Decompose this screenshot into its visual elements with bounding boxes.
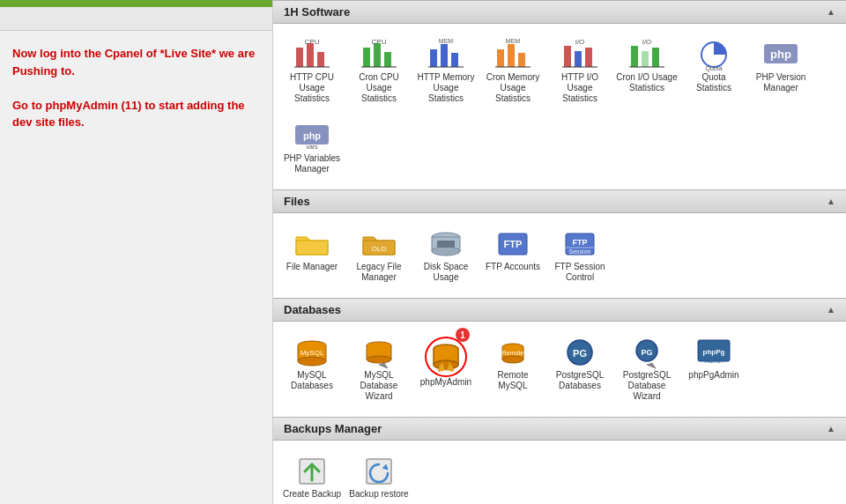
icon-item-quota[interactable]: QuotaQuota Statistics xyxy=(682,33,746,110)
icon-label-mysql-wizard: MySQL Database Wizard xyxy=(348,370,410,402)
svg-rect-22 xyxy=(585,48,592,67)
icon-label-legacy-file-manager: Legacy File Manager xyxy=(348,262,410,283)
icon-item-http-io[interactable]: I/OHTTP I/O Usage Statistics xyxy=(548,33,612,110)
svg-text:I/O: I/O xyxy=(642,38,652,46)
icon-label-ftp-accounts: FTP Accounts xyxy=(482,262,544,272)
svg-text:php: php xyxy=(303,130,321,141)
svg-text:PG: PG xyxy=(573,348,587,359)
svg-rect-5 xyxy=(363,48,370,67)
svg-point-56 xyxy=(367,356,391,363)
svg-text:php: php xyxy=(770,48,791,61)
section-databases: Databases▲MySQLMySQL DatabasesMySQL Data… xyxy=(273,298,846,417)
icon-box-mysql-wizard xyxy=(361,337,397,370)
icon-item-postgresql-wizard[interactable]: PGPostgreSQL Database Wizard xyxy=(615,330,679,408)
section-header-files: Files▲ xyxy=(273,189,846,213)
icon-item-mysql-wizard[interactable]: MySQL Database Wizard xyxy=(347,330,411,408)
svg-text:Session: Session xyxy=(569,248,591,255)
svg-text:Admin: Admin xyxy=(705,358,723,364)
svg-text:I/O: I/O xyxy=(575,38,585,46)
section-title-backups: Backups Manager xyxy=(284,422,382,435)
icon-item-file-manager[interactable]: File Manager xyxy=(280,222,344,289)
section-header-backups: Backups Manager▲ xyxy=(273,417,846,441)
svg-rect-17 xyxy=(518,53,525,67)
svg-point-42 xyxy=(432,247,460,256)
icon-item-create-backup[interactable]: Create Backup xyxy=(280,449,344,504)
icon-item-cron-cpu[interactable]: CPUCron CPU Usage Statistics xyxy=(347,33,411,110)
svg-point-62 xyxy=(502,356,523,363)
svg-text:MySQL: MySQL xyxy=(301,349,324,357)
svg-point-59 xyxy=(434,360,458,369)
section-collapse-backups[interactable]: ▲ xyxy=(827,424,835,434)
section-body-databases: MySQLMySQL DatabasesMySQL Database Wizar… xyxy=(273,322,846,417)
icon-label-postgresql-wizard: PostgreSQL Database Wizard xyxy=(616,370,678,402)
icon-item-remote-mysql[interactable]: RemoteRemote MySQL xyxy=(481,330,545,408)
svg-text:CPU: CPU xyxy=(372,38,387,46)
collapse-stats-link[interactable] xyxy=(0,21,272,26)
svg-rect-26 xyxy=(642,51,649,67)
svg-rect-25 xyxy=(631,46,638,67)
icon-box-http-io: I/O xyxy=(562,39,597,72)
icon-label-disk-space: Disk Space Usage xyxy=(415,262,477,283)
section-body-1h-software: CPUHTTP CPU Usage StatisticsCPUCron CPU … xyxy=(273,24,846,189)
icon-item-php-version[interactable]: phpPHP Version Manager xyxy=(749,33,813,110)
icon-item-legacy-file-manager[interactable]: OLDLegacy File Manager xyxy=(347,222,411,289)
sidebar-links xyxy=(0,7,272,31)
svg-text:MEM: MEM xyxy=(506,38,521,44)
svg-text:FTP: FTP xyxy=(504,239,523,249)
icon-label-postgresql: PostgreSQL Databases xyxy=(549,370,611,391)
icon-label-http-memory: HTTP Memory Usage Statistics xyxy=(415,72,477,104)
icon-box-create-backup xyxy=(294,456,330,489)
section-collapse-1h-software[interactable]: ▲ xyxy=(827,7,835,17)
icon-item-php-variables[interactable]: phpvarsPHP Variables Manager xyxy=(280,114,344,181)
svg-rect-7 xyxy=(384,52,391,67)
icon-item-cron-memory[interactable]: MEMCron Memory Usage Statistics xyxy=(481,33,545,110)
icon-item-http-cpu[interactable]: CPUHTTP CPU Usage Statistics xyxy=(280,33,344,110)
svg-rect-1 xyxy=(307,43,314,67)
icon-box-ftp-session: FTPSession xyxy=(562,228,597,262)
section-collapse-databases[interactable]: ▲ xyxy=(827,305,835,315)
icon-box-cron-io: I/O xyxy=(629,39,664,72)
icon-box-ftp-accounts: FTP xyxy=(495,228,531,262)
sidebar-top-bar xyxy=(0,0,272,7)
icon-label-ftp-session: FTP Session Control xyxy=(549,262,611,283)
icon-item-cron-io[interactable]: I/OCron I/O Usage Statistics xyxy=(615,33,679,110)
svg-text:MEM: MEM xyxy=(439,38,454,44)
main-content: 1H Software▲CPUHTTP CPU Usage Statistics… xyxy=(273,0,846,504)
icon-box-http-cpu: CPU xyxy=(294,39,330,72)
icon-label-remote-mysql: Remote MySQL xyxy=(482,370,544,391)
icon-box-mysql-db: MySQL xyxy=(294,337,330,370)
icon-item-ftp-session[interactable]: FTPSessionFTP Session Control xyxy=(548,222,612,289)
icon-box-quota: Quota xyxy=(696,39,731,72)
icon-item-phppgadmin[interactable]: phpPgAdminphpPgAdmin xyxy=(682,330,746,408)
icon-item-postgresql[interactable]: PGPostgreSQL Databases xyxy=(548,330,612,408)
svg-rect-15 xyxy=(497,49,504,67)
icon-box-disk-space xyxy=(428,228,464,262)
icon-label-phpmyadmin: phpMyAdmin xyxy=(415,377,477,388)
svg-rect-11 xyxy=(441,44,448,67)
icon-item-ftp-accounts[interactable]: FTPFTP Accounts xyxy=(481,222,545,289)
section-body-backups: Create BackupBackup restore xyxy=(273,441,846,504)
icon-item-backup-restore[interactable]: Backup restore xyxy=(347,449,411,504)
icon-item-phpmyadmin[interactable]: 1phpMyAdmin xyxy=(414,330,478,408)
icon-box-legacy-file-manager: OLD xyxy=(361,228,397,262)
svg-text:vars: vars xyxy=(306,144,318,150)
icon-box-cron-memory: MEM xyxy=(495,39,531,72)
icon-label-create-backup: Create Backup xyxy=(281,489,343,500)
icon-box-http-memory: MEM xyxy=(428,39,464,72)
icon-item-disk-space[interactable]: Disk Space Usage xyxy=(414,222,478,289)
icon-label-http-cpu: HTTP CPU Usage Statistics xyxy=(281,72,343,104)
annotation-text: Now log into the Cpanel of *Live Site* w… xyxy=(12,45,260,131)
svg-rect-21 xyxy=(575,51,582,67)
icon-item-mysql-db[interactable]: MySQLMySQL Databases xyxy=(280,330,344,408)
icon-label-php-variables: PHP Variables Manager xyxy=(281,153,343,174)
section-collapse-files[interactable]: ▲ xyxy=(827,196,835,206)
icon-box-phpmyadmin xyxy=(425,337,467,377)
icon-box-backup-restore xyxy=(361,456,397,489)
icon-label-mysql-db: MySQL Databases xyxy=(281,370,343,391)
section-files: Files▲File ManagerOLDLegacy File Manager… xyxy=(273,189,846,298)
icon-box-phppgadmin: phpPgAdmin xyxy=(696,337,731,370)
icon-item-http-memory[interactable]: MEMHTTP Memory Usage Statistics xyxy=(414,33,478,110)
svg-text:PG: PG xyxy=(641,348,652,357)
section-header-databases: Databases▲ xyxy=(273,298,846,322)
svg-text:Remote: Remote xyxy=(502,350,524,356)
